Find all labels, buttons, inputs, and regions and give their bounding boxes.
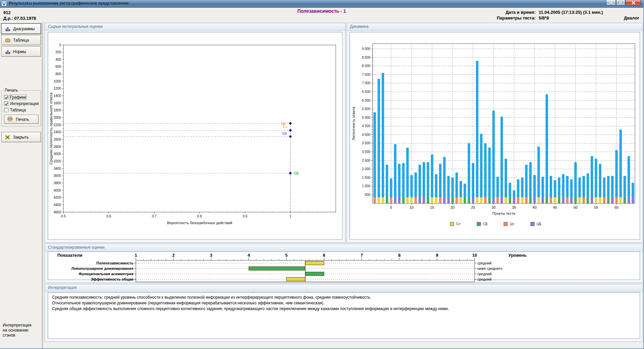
params-value: 5/8*8 <box>539 15 549 20</box>
interpretation-line: Средняя общая эффективность выполнения с… <box>52 306 636 312</box>
datetime-value: 11.04.2005 (17:13:25) (3.1 мин.) <box>539 9 639 15</box>
svg-text:2 000: 2 000 <box>362 167 370 171</box>
svg-text:Вероятность безошибочных дейст: Вероятность безошибочных действий <box>167 221 232 225</box>
svg-text:8: 8 <box>398 253 400 258</box>
svg-text:Уровень: Уровень <box>508 253 527 258</box>
svg-text:0: 0 <box>59 43 61 47</box>
svg-text:2800: 2800 <box>54 145 61 149</box>
checkbox-box[interactable] <box>4 108 8 112</box>
svg-text:Пункты теста: Пункты теста <box>492 211 516 215</box>
maximize-icon <box>619 1 622 4</box>
svg-text:C$: C$ <box>294 171 299 175</box>
interpretation-basis-note: Интерпретация на основании: стэнов <box>3 323 32 338</box>
svg-text:3800: 3800 <box>54 181 61 185</box>
svg-text:500: 500 <box>365 193 370 197</box>
svg-text:2600: 2600 <box>54 138 61 141</box>
app-psi-icon <box>1 1 7 6</box>
sidebar-button-label: Нормы <box>13 49 26 54</box>
printer-icon <box>7 116 13 122</box>
svg-text:5: 5 <box>285 253 287 258</box>
svg-text:2 500: 2 500 <box>362 159 370 162</box>
svg-text:3 500: 3 500 <box>362 141 370 145</box>
interpretation-line: Средняя полезависимость: средний уровень… <box>52 295 636 300</box>
print-group: Печать Графики Интерпретация Таблица <box>1 90 41 127</box>
print-group-title: Печать <box>4 88 19 93</box>
svg-text:1400: 1400 <box>54 94 61 98</box>
bar-chart-icon <box>5 49 11 54</box>
svg-text:4 000: 4 000 <box>362 133 370 137</box>
svg-text:3: 3 <box>210 253 212 258</box>
panel-dynamics-title: Динамика <box>347 23 643 31</box>
svg-text:5 500: 5 500 <box>362 107 370 111</box>
sidebar-button-diagrams[interactable]: Диаграммы <box>1 23 41 34</box>
checkbox-interpretation[interactable]: Интерпретация <box>4 101 39 106</box>
svg-text:средний: средний <box>477 272 491 276</box>
datetime-label: Дата и время: <box>497 9 536 15</box>
test-meta: Дата и время: 11.04.2005 (17:13:25) (3.1… <box>497 9 639 21</box>
svg-text:1600: 1600 <box>54 101 61 105</box>
svg-text:7 500: 7 500 <box>362 73 370 77</box>
svg-text:400: 400 <box>55 58 61 61</box>
svg-text:4600: 4600 <box>54 210 61 214</box>
svg-text:3600: 3600 <box>54 174 61 178</box>
minimize-icon <box>610 3 613 4</box>
close-button[interactable]: Закрыть <box>1 132 41 142</box>
app-window: { "window": { "title": "Результаты выпол… <box>0 0 644 349</box>
print-button[interactable]: Печать <box>4 115 39 124</box>
svg-text:4000: 4000 <box>54 189 61 192</box>
sidebar: Диаграммы Таблица Нормы Печать Графики И… <box>0 22 43 349</box>
checkbox-graphs[interactable]: Графики <box>4 95 26 100</box>
checkbox-label: Интерпретация <box>10 101 39 106</box>
svg-text:800: 800 <box>55 72 61 76</box>
svg-text:6: 6 <box>323 253 325 258</box>
svg-text:600: 600 <box>55 65 61 68</box>
svg-text:20: 20 <box>450 205 454 209</box>
interpretation-textbox[interactable]: Средняя полезависимость: средний уровень… <box>48 292 640 339</box>
checkbox-table[interactable]: Таблица <box>4 107 26 112</box>
svg-text:5: 5 <box>390 205 392 209</box>
svg-text:9: 9 <box>436 253 438 258</box>
svg-text:4400: 4400 <box>54 203 61 207</box>
svg-text:10: 10 <box>410 205 414 209</box>
raw-scores-chart: 0200400600800100012001400160018002000220… <box>48 32 342 240</box>
svg-text:7: 7 <box>361 253 363 258</box>
checkbox-box[interactable] <box>4 95 8 99</box>
minimize-button[interactable] <box>606 0 616 5</box>
panel-standardized: Стандартизированные оценки ПоказателиУро… <box>45 244 643 283</box>
svg-text:3000: 3000 <box>54 152 61 156</box>
close-window-button[interactable] <box>626 0 641 5</box>
svg-text:30: 30 <box>491 205 495 209</box>
params-label: Параметры теста: <box>497 15 536 21</box>
maximize-button[interactable] <box>616 0 625 5</box>
svg-text:1 000: 1 000 <box>362 184 370 188</box>
panel-dynamics: Динамика 5001 0001 5002 0002 5003 0003 5… <box>346 23 643 243</box>
svg-text:5 000: 5 000 <box>362 116 370 119</box>
svg-text:0.8: 0.8 <box>197 214 202 218</box>
dynamics-chart: 5001 0001 5002 0002 5003 0003 5004 0004 … <box>350 32 640 240</box>
panel-raw-scores: Сырые интегральные оценки 02004006008001… <box>45 23 345 243</box>
svg-text:2000: 2000 <box>54 116 61 119</box>
svg-text:0.7: 0.7 <box>152 214 157 218</box>
sidebar-button-label: Диаграммы <box>13 27 35 31</box>
patient-id: 912 <box>3 10 36 15</box>
svg-text:Средняя латентность правильног: Средняя латентность правильного ответа <box>49 92 53 164</box>
sidebar-button-table[interactable]: Таблица <box>1 35 41 45</box>
svg-text:4: 4 <box>248 253 250 258</box>
svg-text:200: 200 <box>55 50 61 54</box>
svg-text:4 500: 4 500 <box>362 124 370 128</box>
panel-raw-title: Сырые интегральные оценки <box>45 23 345 31</box>
checkbox-box[interactable] <box>4 101 8 106</box>
svg-text:10: 10 <box>472 253 477 258</box>
svg-text:7 000: 7 000 <box>362 81 370 85</box>
svg-text:3 000: 3 000 <box>362 150 370 154</box>
svg-text:Ц=: Ц= <box>510 222 514 226</box>
sidebar-button-norms[interactable]: Нормы <box>1 46 41 57</box>
panel-interpretation: Интерпретация Средняя полезависимость: с… <box>45 284 643 342</box>
svg-text:2200: 2200 <box>54 123 61 127</box>
svg-text:ниже среднего: ниже среднего <box>477 266 502 270</box>
svg-text:C=: C= <box>283 125 288 129</box>
svg-text:C$: C$ <box>483 222 487 226</box>
svg-text:40: 40 <box>533 205 537 209</box>
svg-text:35: 35 <box>512 205 516 209</box>
titlebar: Результаты выполнения теста:графическое … <box>0 0 643 8</box>
